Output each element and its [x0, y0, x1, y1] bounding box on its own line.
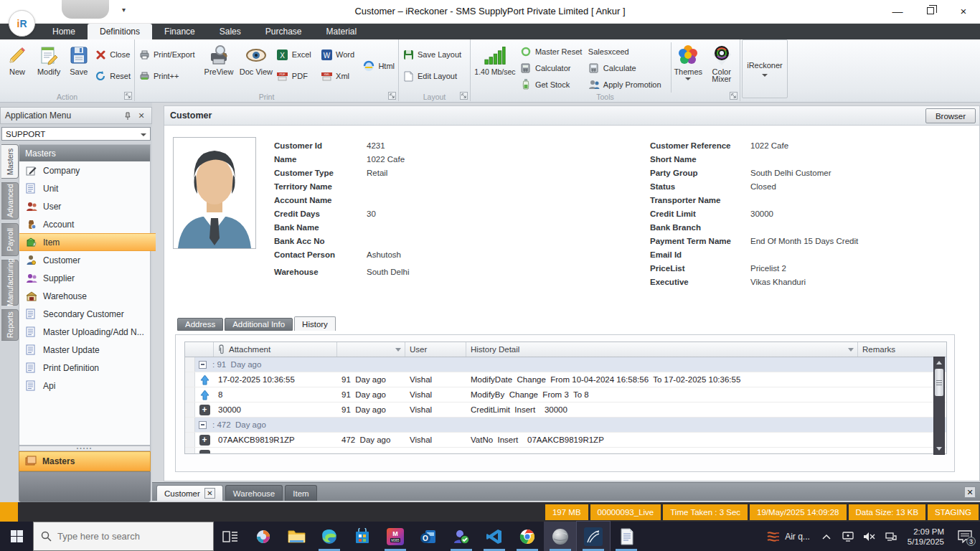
close-button[interactable]: × [947, 0, 980, 22]
sidebar-splitter[interactable]: ••••• [19, 446, 151, 451]
tab-additional-info[interactable]: Additional Info [225, 318, 293, 331]
grid-row[interactable]: 17-02-2025 10:36:55 91 Day ago Vishal Mo… [185, 372, 946, 387]
reset-button[interactable]: Reset [93, 69, 133, 83]
sidebar-item-supplier[interactable]: Supplier [19, 269, 150, 287]
doc-tab-warehouse[interactable]: Warehouse [225, 485, 283, 501]
microsoft-store-icon[interactable] [346, 522, 379, 551]
copilot-icon[interactable] [247, 522, 280, 551]
export-xml-button[interactable]: XML Xml [319, 69, 361, 83]
export-word-button[interactable]: W Word [319, 47, 361, 62]
tab-history[interactable]: History [294, 316, 336, 331]
doc-tab-customer[interactable]: Customer ✕ [156, 485, 223, 501]
grid-header-user[interactable]: User [405, 342, 466, 357]
ribbon-tab-finance[interactable]: Finance [152, 24, 207, 39]
ribbon-tab-sales[interactable]: Sales [207, 24, 253, 39]
grid-row[interactable]: + 07AAKCB9819R1ZP 472 Day ago Vishal Vat… [185, 433, 946, 448]
print-export-button[interactable]: Print/Export [136, 47, 200, 62]
layout-dialog-launcher[interactable] [460, 92, 468, 100]
edit-layout-button[interactable]: Edit Layout [400, 69, 463, 83]
sidebar-item-warehouse[interactable]: Warehouse [19, 287, 150, 305]
salesxceed-button[interactable]: Salesxceed [586, 45, 671, 59]
sidebar-item-company[interactable]: Company [19, 161, 150, 179]
search-input[interactable] [57, 531, 194, 542]
collapse-icon[interactable] [199, 421, 207, 429]
vscode-icon[interactable] [478, 522, 511, 551]
export-pdf-button[interactable]: PDF PDF [275, 69, 319, 83]
ribbon-tab-definitions[interactable]: Definitions [88, 24, 152, 39]
sidebar-item-secondary-customer[interactable]: Secondary Customer [19, 305, 150, 323]
filter-icon[interactable] [395, 348, 401, 352]
collapse-icon[interactable] [199, 361, 207, 369]
calculate-button[interactable]: Calculate [586, 62, 671, 75]
minimize-button[interactable]: — [881, 0, 914, 22]
grid-header-remarks[interactable]: Remarks [858, 342, 936, 357]
network-icon[interactable] [880, 522, 902, 551]
apply-promotion-button[interactable]: Apply Promotion [586, 77, 671, 91]
calculator-button[interactable]: Calculator [518, 62, 586, 75]
tools-dialog-launcher[interactable] [730, 92, 738, 100]
print-dialog-launcher[interactable] [388, 92, 396, 100]
close-icon[interactable]: ✕ [136, 111, 147, 121]
scroll-up-arrow[interactable] [934, 357, 944, 368]
restore-button[interactable] [914, 0, 947, 22]
sidebar-item-master-uploading[interactable]: Master Uploading/Add N... [19, 323, 150, 341]
tray-expand-icon[interactable] [816, 522, 837, 551]
scroll-down-arrow[interactable] [934, 443, 944, 454]
save-button[interactable]: Save [65, 41, 93, 91]
design-app-icon[interactable] [577, 522, 610, 551]
action-dialog-launcher[interactable] [124, 92, 132, 100]
master-reset-button[interactable]: Master Reset [518, 45, 586, 59]
teams-icon[interactable] [445, 522, 478, 551]
close-all-tabs-button[interactable]: ✕ [964, 486, 976, 498]
vertical-tab-reports[interactable]: Reports [1, 309, 19, 341]
sidebar-item-item[interactable]: Item [19, 233, 156, 251]
filter-icon[interactable] [848, 348, 854, 352]
close-record-button[interactable]: Close [93, 47, 133, 62]
tab-address[interactable]: Address [177, 318, 223, 331]
taskbar-clock[interactable]: 2:09 PM 5/19/2025 [902, 527, 950, 547]
grid-header-age[interactable] [337, 342, 405, 357]
vertical-tab-advanced[interactable]: Advanced [1, 182, 19, 220]
doc-view-button[interactable]: Doc View [237, 41, 275, 91]
save-layout-button[interactable]: Save Layout [400, 47, 463, 62]
grid-header-history-detail[interactable]: History Detail [466, 342, 858, 357]
chrome-icon[interactable] [511, 522, 544, 551]
ribbon-tab-home[interactable]: Home [40, 24, 88, 39]
get-stock-button[interactable]: Get Stock [518, 77, 586, 91]
themes-button[interactable]: Themes [672, 41, 705, 91]
outlook-icon[interactable]: O [412, 522, 445, 551]
print-plus-button[interactable]: Print++ [136, 69, 200, 83]
browser-button[interactable]: Browser [925, 108, 976, 123]
sidebar-item-master-update[interactable]: Master Update [19, 341, 150, 359]
network-speed-button[interactable]: 1.40 Mb/sec [472, 41, 518, 91]
profile-dropdown[interactable]: SUPPORT [1, 127, 151, 141]
preview-button[interactable]: PreView [200, 41, 237, 91]
new-button[interactable]: New [1, 41, 33, 91]
start-button[interactable] [0, 522, 33, 551]
ireckoner-app-icon[interactable] [544, 522, 577, 551]
screen-cast-icon[interactable] [837, 522, 859, 551]
scrollbar-thumb[interactable] [935, 369, 943, 396]
edge-icon[interactable] [313, 522, 346, 551]
sidebar-item-print-definition[interactable]: Print Definition [19, 359, 150, 377]
grid-header-attachment[interactable]: Attachment [214, 342, 337, 357]
grid-group-row[interactable]: : 91 Day ago [185, 357, 946, 372]
vertical-tab-manufacturing[interactable]: Manufacturing [1, 260, 19, 306]
sidebar-item-unit[interactable]: Unit [19, 179, 150, 197]
close-tab-icon[interactable]: ✕ [204, 488, 215, 499]
sidebar-item-account[interactable]: Account [19, 215, 150, 233]
ribbon-tab-material[interactable]: Material [314, 24, 369, 39]
sidebar-item-user[interactable]: User [19, 197, 150, 215]
notepad-icon[interactable] [610, 522, 643, 551]
taskbar-search[interactable] [33, 522, 214, 551]
app-logo[interactable]: iR [9, 10, 35, 37]
color-mixer-button[interactable]: Color Mixer [705, 41, 739, 91]
volume-muted-icon[interactable] [859, 522, 880, 551]
file-explorer-icon[interactable] [280, 522, 313, 551]
masters-bottom-button[interactable]: Masters [19, 451, 151, 471]
vertical-tab-masters[interactable]: Masters [1, 144, 19, 179]
ribbon-tab-purchase[interactable]: Purchase [253, 24, 314, 39]
task-view-icon[interactable] [214, 522, 247, 551]
grid-vertical-scrollbar[interactable] [933, 357, 945, 455]
doc-tab-item[interactable]: Item [285, 485, 316, 501]
